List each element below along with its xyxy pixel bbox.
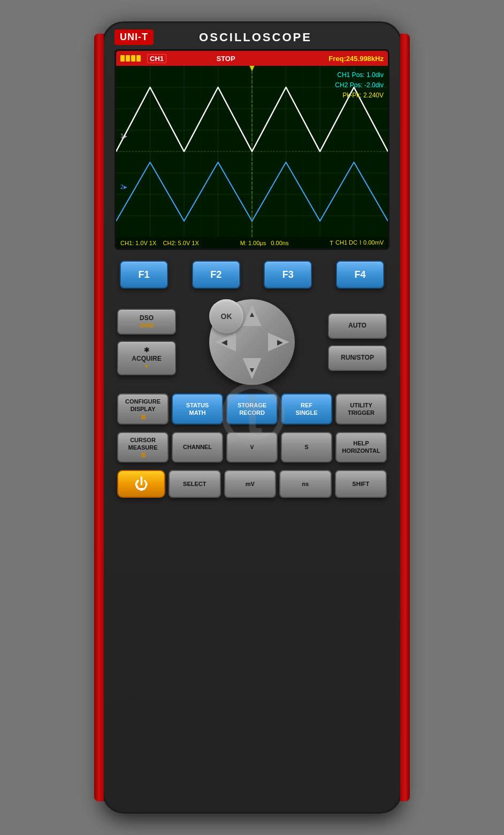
ch-scale-info: CH1: 1.0V 1X CH2: 5.0V 1X: [120, 240, 199, 246]
ch1-pos-info: CH1 Pos: 1.0div: [335, 70, 384, 80]
select-button[interactable]: SELECT: [169, 470, 221, 498]
cursor-measure-button[interactable]: CURSOR MEASURE ▥: [117, 432, 169, 463]
run-stop-button[interactable]: RUN/STOP: [328, 345, 387, 371]
utility-trigger-button[interactable]: UTILITY TRIGGER: [335, 393, 387, 424]
mv-button[interactable]: mV: [224, 470, 277, 498]
ref-single-button[interactable]: REF SINGLE: [281, 393, 332, 424]
status-math-button[interactable]: STATUS MATH: [172, 393, 223, 424]
fn-row: F1 F2 F3 F4: [117, 261, 387, 289]
help-horizontal-button[interactable]: HELP HORIZONTAL: [335, 432, 387, 463]
channel-badge: CH1: [147, 54, 166, 63]
time-info: M: 1.00μs 0.00ns: [240, 240, 289, 246]
battery-icon: [120, 55, 141, 62]
screen: CH1 STOP Freq:245.998kHz: [116, 51, 388, 248]
ctrl-row3: CURSOR MEASURE ▥ CHANNEL V S HELP HORIZO…: [117, 432, 387, 463]
s-button[interactable]: S: [281, 432, 332, 463]
power-button[interactable]: ⏻: [117, 470, 165, 498]
brand-area: UNI-T OSCILLOSCOPE: [104, 23, 400, 49]
device-wrapper: UNI-T OSCILLOSCOPE CH1 STOP Freq:245.998…: [0, 0, 504, 835]
configure-display-button[interactable]: CONFIGURE DISPLAY ▥: [117, 393, 169, 424]
status-bar: CH1 STOP Freq:245.998kHz: [116, 51, 388, 66]
v-button[interactable]: V: [226, 432, 278, 463]
storage-record-button[interactable]: STORAGE RECORD: [226, 393, 278, 424]
trigger-info: T CH1 DC ⌇ 0.00mV: [330, 239, 384, 246]
f3-button[interactable]: F3: [264, 261, 312, 289]
f4-button[interactable]: F4: [336, 261, 384, 289]
ns-button[interactable]: ns: [279, 470, 332, 498]
nav-left-button[interactable]: ◀: [212, 330, 236, 354]
ok-button[interactable]: OK: [209, 299, 243, 333]
bottom-status: CH1: 1.0V 1X CH2: 5.0V 1X M: 1.00μs 0.00…: [116, 237, 388, 248]
svg-marker-23: [249, 66, 255, 71]
right-controls: AUTO RUN/STOP: [328, 313, 387, 371]
shift-button[interactable]: SHIFT: [335, 470, 387, 498]
channel-button[interactable]: CHANNEL: [172, 432, 223, 463]
stop-text: STOP: [216, 55, 235, 63]
f1-button[interactable]: F1: [120, 261, 168, 289]
left-controls: DSO /DMM ✱ ACQUIRE ▼: [117, 309, 176, 376]
waveform-area: 1▶ 2▶ CH1 Pos: 1.0div CH2 Pos: -2.0div: [116, 66, 388, 237]
main-control-row: DSO /DMM ✱ ACQUIRE ▼ ▲ ▼ ◀ ▶: [117, 299, 387, 385]
f2-button[interactable]: F2: [192, 261, 240, 289]
power-row: ⏻ SELECT mV ns SHIFT: [117, 470, 387, 498]
nav-right-button[interactable]: ▶: [268, 330, 292, 354]
nav-pad: ▲ ▼ ◀ ▶ OK: [209, 299, 295, 385]
nav-up-button[interactable]: ▲: [240, 302, 264, 326]
pk-pk-info: Pk-Pk: 2.240V: [335, 90, 384, 101]
acquire-button[interactable]: ✱ ACQUIRE ▼: [117, 341, 176, 375]
nav-outer: ▲ ▼ ◀ ▶ OK: [209, 299, 295, 385]
freq-text: Freq:245.998kHz: [329, 55, 384, 63]
info-overlay: CH1 Pos: 1.0div CH2 Pos: -2.0div Pk-Pk: …: [335, 70, 384, 101]
oscilloscope-device: UNI-T OSCILLOSCOPE CH1 STOP Freq:245.998…: [102, 21, 402, 814]
nav-down-button[interactable]: ▼: [240, 358, 264, 382]
dso-button[interactable]: DSO /DMM: [117, 309, 176, 335]
ctrl-row2: CONFIGURE DISPLAY ▥ STATUS MATH STORAGE …: [117, 393, 387, 424]
brand-logo: UNI-T: [114, 29, 154, 45]
screen-container: CH1 STOP Freq:245.998kHz: [114, 49, 390, 250]
device-title: OSCILLOSCOPE: [154, 31, 357, 44]
button-area: F1 F2 F3 F4 DSO /DMM ✱ ACQUIRE ▼: [104, 250, 400, 506]
svg-text:2▶: 2▶: [120, 184, 127, 191]
ch2-pos-info: CH2 Pos: -2.0div: [335, 80, 384, 90]
auto-button[interactable]: AUTO: [328, 313, 387, 339]
